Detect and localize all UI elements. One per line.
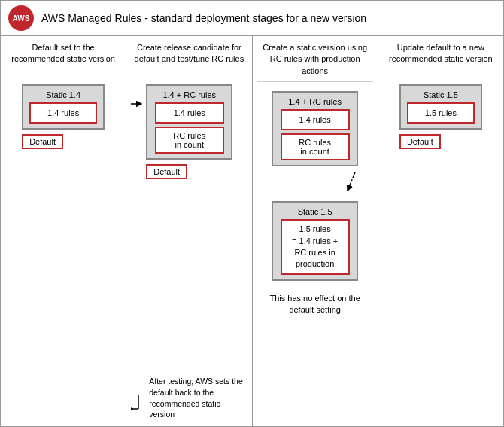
col3: Create a static version using RC rules w… <box>253 36 378 426</box>
col4-version-label: Static 1.5 <box>424 90 458 99</box>
col4-version-box: Static 1.5 1.5 rules <box>399 84 482 130</box>
col4-rules-label: 1.5 rules <box>425 108 457 117</box>
col4-rules-box: 1.5 rules <box>407 102 475 124</box>
col1-default-box: Default <box>22 134 63 149</box>
arrow-col1-col2 <box>131 98 144 110</box>
col4: Update default to a new recommended stat… <box>378 36 503 426</box>
col1-rules-box: 1.4 rules <box>29 102 97 124</box>
col3-rules-label: 1.4 rules <box>299 115 331 124</box>
col3-version-label: 1.4 + RC rules <box>288 97 342 106</box>
col3-header: Create a static version using RC rules w… <box>257 42 373 82</box>
col1: Default set to the recommended static ve… <box>1 36 126 426</box>
col3-body: 1.4 + RC rules 1.4 rules RC rules in cou… <box>257 88 373 420</box>
col3-static-rules-label: 1.5 rules = 1.4 rules + RC rules in prod… <box>292 224 338 270</box>
col4-header: Update default to a new recommended stat… <box>383 42 499 75</box>
col2-rc-label: RC rules in count <box>173 131 205 149</box>
aws-logo: AWS <box>8 5 34 31</box>
main-container: AWS AWS Managed Rules - standard deploym… <box>0 0 504 427</box>
columns-container: Default set to the recommended static ve… <box>1 36 503 426</box>
page-title: AWS Managed Rules - standard deployment … <box>41 12 366 24</box>
col2-rules-label: 1.4 rules <box>174 108 205 117</box>
col2-rc-box: RC rules in count <box>155 127 224 154</box>
col1-version-label: Static 1.4 <box>46 90 80 99</box>
col1-version-box: Static 1.4 1.4 rules <box>22 84 105 130</box>
col3-static-box: Static 1.5 1.5 rules = 1.4 rules + RC ru… <box>272 201 358 281</box>
col1-body: Static 1.4 1.4 rules Default <box>5 81 121 420</box>
col2-body: 1.4 + RC rules 1.4 rules RC rules in cou… <box>131 81 247 420</box>
col3-rc-box: RC rules in count <box>281 133 350 160</box>
aws-logo-text: AWS <box>13 14 30 23</box>
col2-version-box: 1.4 + RC rules 1.4 rules RC rules in cou… <box>146 84 232 160</box>
col4-body: Static 1.5 1.5 rules Default <box>383 81 499 420</box>
col2-note: After testing, AWS sets the default back… <box>149 373 247 420</box>
svg-line-3 <box>348 172 355 191</box>
col3-version-box: 1.4 + RC rules 1.4 rules RC rules in cou… <box>272 91 358 166</box>
col3-static-rules-box: 1.5 rules = 1.4 rules + RC rules in prod… <box>281 219 350 275</box>
col3-rc-label: RC rules in count <box>299 138 331 156</box>
dashed-arrow-col3 <box>340 171 363 194</box>
col2-default-label: Default <box>153 167 180 176</box>
col3-static-label: Static 1.5 <box>298 207 332 216</box>
col2: Create release candidate for default and… <box>126 36 252 426</box>
col1-default-label: Default <box>29 137 56 146</box>
col3-rules-box: 1.4 rules <box>281 109 350 130</box>
col2-header: Create release candidate for default and… <box>131 42 247 75</box>
col3-static-container: Static 1.5 1.5 rules = 1.4 rules + RC ru… <box>272 201 358 281</box>
col4-default-box: Default <box>399 134 441 149</box>
header: AWS AWS Managed Rules - standard deploym… <box>1 1 503 36</box>
col2-version-label: 1.4 + RC rules <box>162 90 216 99</box>
col1-rules-label: 1.4 rules <box>47 108 79 117</box>
col4-default-label: Default <box>407 137 433 146</box>
col3-note: This has no effect on the default settin… <box>257 290 373 316</box>
col2-rules-box: 1.4 rules <box>155 102 224 124</box>
arrow-back-icon <box>131 394 146 416</box>
col1-header: Default set to the recommended static ve… <box>5 42 121 75</box>
col2-default-box: Default <box>146 164 187 179</box>
